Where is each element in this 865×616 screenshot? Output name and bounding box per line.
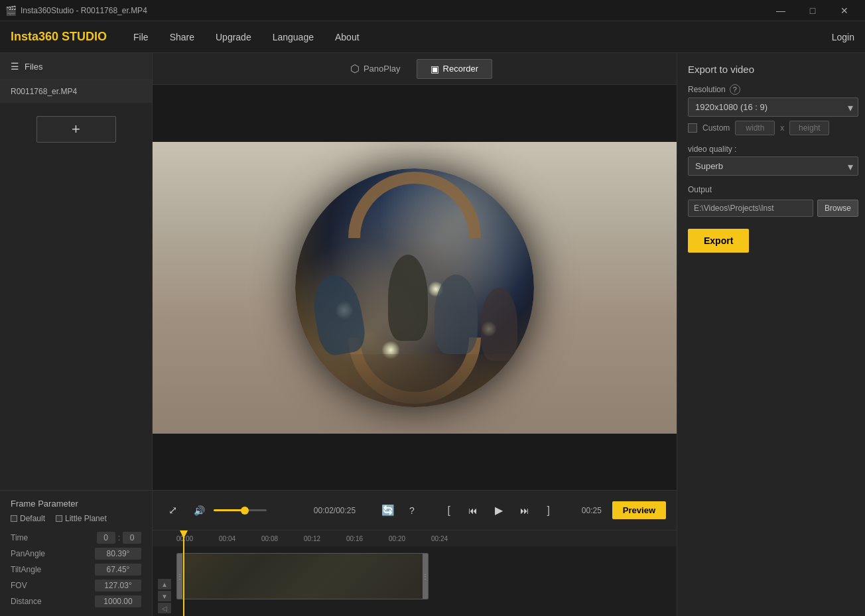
fp-tiltangle-row: TiltAngle 67.45° bbox=[0, 562, 152, 578]
custom-label: Custom bbox=[702, 123, 730, 133]
menu-upgrade[interactable]: Upgrade bbox=[205, 21, 262, 53]
title-bar-left: 🎬 Insta360Studio - R0011768_er.MP4 bbox=[5, 5, 147, 16]
playhead[interactable] bbox=[183, 530, 184, 616]
fp-time-minutes[interactable]: 0 bbox=[123, 532, 141, 544]
center-panel: ⬡ PanoPlay ▣ Recorder bbox=[153, 53, 677, 616]
tab-panoplay[interactable]: ⬡ PanoPlay bbox=[337, 58, 414, 79]
play-button[interactable]: ▶ bbox=[488, 499, 510, 522]
fp-tab-default-icon bbox=[11, 515, 17, 522]
bracket-right-button[interactable]: ] bbox=[539, 501, 558, 520]
fp-fov-value[interactable]: 127.03° bbox=[95, 580, 141, 591]
right-panel: Export to video Resolution ? 1920x1080 (… bbox=[677, 53, 865, 616]
export-title: Export to video bbox=[688, 64, 858, 75]
export-button[interactable]: Export bbox=[688, 229, 749, 253]
preview-button[interactable]: Preview bbox=[612, 501, 666, 519]
output-label: Output bbox=[688, 185, 858, 194]
quality-label: video quality : bbox=[688, 145, 858, 154]
timeline-ruler: 00:00 00:04 00:08 00:12 00:16 00:20 00:2… bbox=[153, 530, 677, 546]
fullscreen-button[interactable]: ⤢ bbox=[163, 501, 182, 520]
height-input[interactable] bbox=[789, 121, 829, 135]
volume-slider[interactable] bbox=[214, 509, 267, 511]
quality-select[interactable]: Superb High Medium Low bbox=[688, 156, 858, 176]
fp-fov-label: FOV bbox=[11, 581, 27, 590]
volume-button[interactable]: 🔊 bbox=[190, 501, 208, 520]
ruler-mark-2: 00:08 bbox=[261, 535, 278, 542]
maximize-button[interactable]: □ bbox=[797, 0, 828, 21]
title-bar-controls[interactable]: — □ ✕ bbox=[765, 0, 860, 21]
title-bar: 🎬 Insta360Studio - R0011768_er.MP4 — □ ✕ bbox=[0, 0, 865, 21]
fisheye-circle bbox=[295, 168, 534, 407]
ruler-mark-5: 00:20 bbox=[389, 535, 405, 542]
ruler-mark-1: 00:04 bbox=[219, 535, 235, 542]
files-header: ☰ Files bbox=[0, 53, 152, 80]
time-display: 00:02/00:25 bbox=[314, 506, 373, 515]
clip-thumbnail bbox=[177, 554, 428, 599]
timeline-zoom-in-button[interactable]: ▲ bbox=[158, 579, 171, 589]
frame-parameter-title: Frame Parameter bbox=[0, 499, 152, 514]
close-button[interactable]: ✕ bbox=[829, 0, 860, 21]
resolution-help-icon[interactable]: ? bbox=[730, 84, 740, 95]
frame-parameter-panel: Frame Parameter Default Little Planet Ti… bbox=[0, 490, 152, 616]
files-label: Files bbox=[25, 62, 42, 72]
width-input[interactable] bbox=[735, 121, 775, 135]
custom-resolution-row: Custom x bbox=[688, 121, 858, 135]
menu-share[interactable]: Share bbox=[159, 21, 205, 53]
fp-time-sep: : bbox=[118, 533, 120, 542]
fp-distance-row: Distance 1000.00 bbox=[0, 593, 152, 609]
gyro-button[interactable]: 🔄 bbox=[379, 501, 397, 520]
tab-bar: ⬡ PanoPlay ▣ Recorder bbox=[153, 53, 677, 85]
output-path-row: E:\Videos\Projects\Inst Browse bbox=[688, 200, 858, 217]
fisheye-background bbox=[153, 142, 677, 434]
fp-tab-default-label: Default bbox=[20, 514, 45, 523]
timeline: 00:00 00:04 00:08 00:12 00:16 00:20 00:2… bbox=[153, 530, 677, 616]
controls-bar: ⤢ 🔊 00:02/00:25 🔄 ? [ ⏮ ▶ ⏭ ] 00:25 Prev… bbox=[153, 490, 677, 530]
fp-panangle-label: PanAngle bbox=[11, 549, 45, 558]
skip-forward-button[interactable]: ⏭ bbox=[515, 501, 534, 520]
ruler-mark-4: 00:16 bbox=[346, 535, 363, 542]
menu-file[interactable]: File bbox=[123, 21, 159, 53]
skip-back-button[interactable]: ⏮ bbox=[464, 501, 482, 520]
recorder-icon: ▣ bbox=[431, 64, 439, 74]
bracket-left-button[interactable]: [ bbox=[440, 501, 458, 520]
logo-suffix: STUDIO bbox=[58, 30, 107, 43]
login-button[interactable]: Login bbox=[832, 32, 854, 42]
tab-recorder[interactable]: ▣ Recorder bbox=[417, 59, 492, 79]
app-icon: 🎬 bbox=[5, 5, 17, 16]
menu-bar: Insta360 STUDIO File Share Upgrade Langu… bbox=[0, 21, 865, 53]
end-time-display: 00:25 bbox=[582, 506, 602, 515]
fp-time-value: 0 : 0 bbox=[97, 532, 141, 544]
resolution-select[interactable]: 1920x1080 (16 : 9) 3840x2160 (16 : 9) 12… bbox=[688, 97, 858, 117]
output-section: Output E:\Videos\Projects\Inst Browse bbox=[688, 185, 858, 217]
fp-fov-row: FOV 127.03° bbox=[0, 578, 152, 593]
fp-panangle-value[interactable]: 80.39° bbox=[95, 548, 141, 560]
timeline-zoom-out-button[interactable]: ▼ bbox=[158, 591, 171, 601]
fp-distance-value[interactable]: 1000.00 bbox=[95, 595, 141, 607]
recorder-label: Recorder bbox=[443, 64, 478, 74]
help-button[interactable]: ? bbox=[403, 501, 421, 520]
menu-about[interactable]: About bbox=[324, 21, 370, 53]
add-file-button[interactable]: + bbox=[36, 116, 116, 143]
fp-panangle-row: PanAngle 80.39° bbox=[0, 546, 152, 562]
panoplay-label: PanoPlay bbox=[364, 64, 401, 74]
track-clip[interactable]: ⋮ ⋮ bbox=[176, 553, 429, 599]
file-list-item[interactable]: R0011768_er.MP4 bbox=[0, 80, 152, 103]
sidebar: ☰ Files R0011768_er.MP4 + Frame Paramete… bbox=[0, 53, 153, 616]
video-preview-area bbox=[153, 85, 677, 490]
quality-section: video quality : Superb High Medium Low bbox=[688, 145, 858, 176]
fp-time-hours[interactable]: 0 bbox=[97, 532, 115, 544]
browse-button[interactable]: Browse bbox=[817, 200, 858, 217]
clip-handle-right[interactable]: ⋮ bbox=[423, 554, 428, 599]
window-title: Insta360Studio - R0011768_er.MP4 bbox=[21, 6, 147, 15]
main-layout: ☰ Files R0011768_er.MP4 + Frame Paramete… bbox=[0, 53, 865, 616]
minimize-button[interactable]: — bbox=[765, 0, 796, 21]
menu-language[interactable]: Language bbox=[262, 21, 324, 53]
fp-tab-little-planet[interactable]: Little Planet bbox=[56, 514, 107, 523]
logo-prefix: Insta360 bbox=[11, 30, 58, 43]
resolution-label: Resolution ? bbox=[688, 84, 858, 95]
fp-tab-default[interactable]: Default bbox=[11, 514, 45, 523]
clip-handle-left[interactable]: ⋮ bbox=[177, 554, 182, 599]
timeline-left-button[interactable]: ◁ bbox=[158, 603, 171, 613]
ruler-mark-6: 00:24 bbox=[431, 535, 448, 542]
fp-tiltangle-value[interactable]: 67.45° bbox=[95, 564, 141, 576]
custom-checkbox[interactable] bbox=[688, 123, 697, 133]
